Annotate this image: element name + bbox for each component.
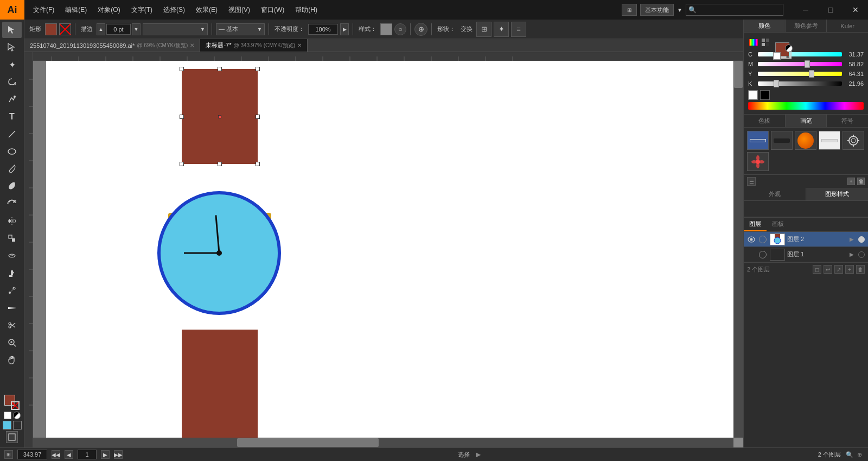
direct-selection-tool-button[interactable] [2, 39, 22, 55]
opacity-input[interactable] [308, 24, 338, 35]
handle-br[interactable] [256, 162, 260, 166]
brush-preset-flower[interactable] [747, 152, 769, 171]
layer1-expand-icon[interactable]: ▶ [847, 250, 856, 259]
search-box[interactable]: 🔍 [686, 4, 783, 16]
reset-default-colors[interactable] [773, 52, 781, 60]
handle-bm[interactable] [218, 162, 222, 166]
status-options-icon[interactable]: ⊞ [4, 450, 13, 459]
handle-bl[interactable] [180, 162, 184, 166]
vertical-scrollbar[interactable] [733, 61, 743, 438]
layer2-visibility-toggle[interactable] [747, 235, 756, 244]
m-slider-track[interactable] [758, 62, 842, 66]
menu-select[interactable]: 选择(S) [159, 3, 189, 17]
new-brush-button[interactable]: + [847, 178, 855, 185]
brush-preset-orange[interactable] [795, 131, 816, 150]
eyedropper-tool-button[interactable] [2, 265, 22, 281]
magic-wand-tool-button[interactable]: ✦ [2, 56, 22, 73]
make-clipping-mask-button[interactable]: ◻ [813, 265, 821, 274]
zoom-input[interactable] [17, 450, 47, 459]
gradient-tool-button[interactable] [2, 300, 22, 316]
vertical-scroll-thumb[interactable] [734, 61, 743, 88]
pathfinder-button[interactable]: ✦ [494, 22, 509, 37]
ellipse-tool-button[interactable] [2, 143, 22, 160]
handle-mm[interactable] [218, 115, 221, 118]
collect-in-new-layer-button[interactable]: ↩ [824, 265, 832, 274]
release-to-layers-button[interactable]: ↗ [834, 265, 843, 274]
tab-close-2[interactable]: ✕ [297, 42, 302, 48]
white-swatch[interactable] [748, 90, 758, 100]
artboard[interactable] [46, 61, 733, 438]
tab-appearance[interactable]: 外观 [744, 188, 806, 200]
menu-file[interactable]: 文件(F) [29, 3, 59, 17]
horizontal-scrollbar[interactable] [24, 438, 733, 447]
nav-last-button[interactable]: ▶▶ [114, 450, 123, 459]
menu-object[interactable]: 对象(O) [93, 3, 124, 17]
color-ref-tab[interactable]: 颜色参考 [786, 20, 827, 32]
align-button[interactable]: ⊞ [476, 22, 492, 37]
color-cube-icon[interactable] [760, 37, 771, 48]
watch-strap-bottom[interactable] [182, 330, 258, 438]
y-slider-thumb[interactable] [809, 70, 814, 78]
search-artboard-icon[interactable]: 🔍 [845, 450, 854, 459]
layer1-target-indicator[interactable] [759, 251, 767, 258]
navigator-icon[interactable]: ⊕ [855, 450, 864, 459]
lasso-tool-button[interactable] [2, 74, 22, 90]
brush-select[interactable]: — 基本 ▼ [216, 23, 265, 35]
layers-tab-layers[interactable]: 图层 [744, 218, 767, 231]
stroke-stepper-down[interactable]: ▼ [132, 23, 141, 35]
stroke-profile-select[interactable]: ▼ [143, 23, 208, 35]
opacity-stepper[interactable]: ▶ [340, 23, 349, 35]
tab-graphic-styles[interactable]: 图形样式 [806, 188, 868, 200]
new-layer-button[interactable]: + [845, 265, 854, 274]
y-slider-track[interactable] [758, 72, 842, 76]
c-slider-track[interactable] [758, 52, 842, 56]
brush-preset-blue[interactable] [747, 131, 769, 150]
swap-fill-stroke[interactable] [785, 45, 793, 52]
layer1-visibility-toggle[interactable] [747, 250, 756, 259]
scale-tool-button[interactable] [2, 230, 22, 247]
layer2-expand-icon[interactable]: ▶ [847, 235, 856, 244]
brush-preset-light[interactable] [819, 131, 840, 150]
recolor-button[interactable]: ⊕ [414, 23, 427, 36]
color-button[interactable] [3, 421, 11, 430]
arrange-button[interactable]: ≡ [511, 22, 526, 37]
brush-preset-ink[interactable] [771, 131, 793, 150]
stroke-value-input[interactable] [106, 24, 131, 35]
menu-effect[interactable]: 效果(E) [192, 3, 222, 17]
close-button[interactable]: ✕ [843, 0, 868, 20]
status-arrow-right-icon[interactable]: ▶ [474, 450, 483, 459]
handle-ml[interactable] [180, 115, 184, 119]
layer2-target-indicator[interactable] [759, 236, 767, 243]
nav-first-button[interactable]: ◀◀ [52, 450, 60, 459]
tab-symbol[interactable]: 符号 [827, 115, 868, 127]
watch-face[interactable] [157, 191, 281, 315]
maximize-button[interactable]: □ [818, 0, 843, 20]
line-tool-button[interactable] [2, 126, 22, 142]
tab-close-1[interactable]: ✕ [190, 42, 194, 48]
fill-color-swatch[interactable] [45, 23, 57, 35]
handle-tl[interactable] [180, 67, 184, 71]
type-tool-button[interactable]: T [2, 109, 22, 125]
menu-window[interactable]: 窗口(W) [257, 3, 289, 17]
delete-brush-button[interactable]: 🗑 [857, 178, 865, 185]
menu-edit[interactable]: 编辑(E) [61, 3, 91, 17]
workspace-dropdown-icon[interactable]: ▼ [677, 7, 682, 13]
tab-brush[interactable]: 画笔 [786, 115, 827, 127]
black-swatch[interactable] [760, 90, 770, 100]
m-slider-thumb[interactable] [805, 60, 810, 68]
blob-brush-tool-button[interactable] [2, 178, 22, 194]
color-spectrum-icon[interactable] [748, 37, 759, 48]
horizontal-scroll-thumb[interactable] [237, 438, 379, 447]
layer2-name[interactable]: 图层 2 [787, 235, 845, 243]
watch-strap-top[interactable] [182, 69, 258, 164]
nav-prev-button[interactable]: ◀ [65, 450, 73, 459]
zoom-tool-button[interactable] [2, 334, 22, 351]
menu-help[interactable]: 帮助(H) [291, 3, 322, 17]
k-slider-track[interactable] [758, 81, 842, 86]
spectrum-bar[interactable] [748, 102, 864, 110]
blend-tool-button[interactable] [2, 282, 22, 299]
layers-tab-artboards[interactable]: 画板 [767, 218, 789, 231]
reset-colors-button[interactable] [4, 412, 11, 419]
nav-next-button[interactable]: ▶ [101, 450, 110, 459]
style-swatch[interactable] [380, 23, 392, 35]
